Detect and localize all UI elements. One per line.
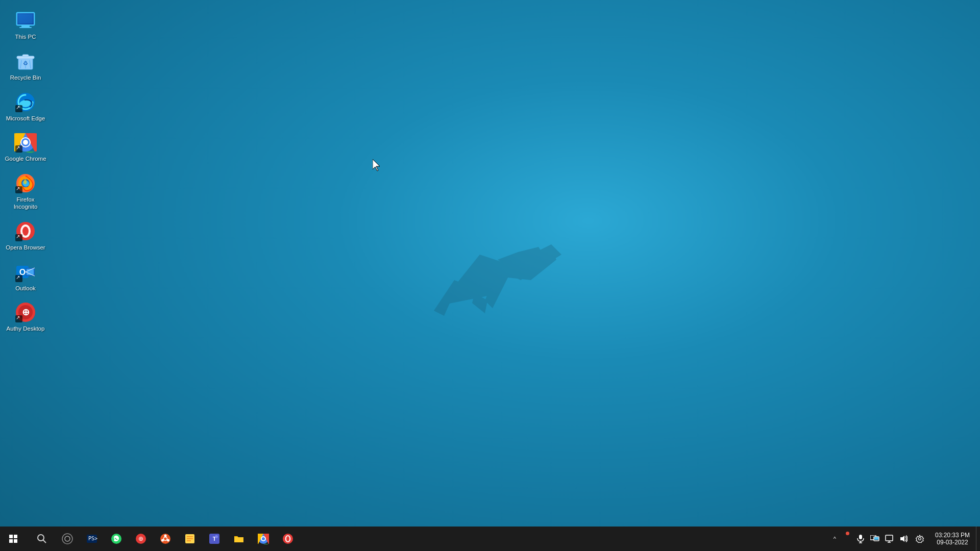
svg-point-62	[286, 536, 289, 541]
show-desktop-button[interactable]	[976, 527, 980, 551]
this-pc-icon[interactable]: This PC	[3, 5, 48, 45]
this-pc-image	[14, 9, 37, 32]
svg-rect-5	[18, 14, 33, 23]
svg-point-35	[62, 534, 72, 544]
svg-point-17	[23, 140, 28, 145]
taskbar: PS> ⊕	[0, 527, 980, 551]
taskbar-sticky-notes[interactable]	[178, 527, 202, 551]
svg-text:♻: ♻	[23, 60, 28, 66]
clock-time: 03:20:33 PM	[935, 532, 970, 539]
svg-rect-4	[19, 27, 32, 28]
outlook-image: O	[14, 261, 37, 283]
svg-text:⊕: ⊕	[22, 307, 30, 317]
rog-logo	[408, 214, 572, 326]
recycle-bin-icon[interactable]: ♻ Recycle Bin	[3, 46, 48, 86]
shortcut-arrow-firefox	[15, 186, 22, 193]
taskbar-terminal[interactable]: PS>	[80, 527, 104, 551]
outlook-label: Outlook	[15, 285, 36, 292]
svg-point-59	[262, 537, 265, 540]
shortcut-arrow-chrome	[15, 145, 22, 153]
firefox-incognito-icon[interactable]: Firefox Incognito	[3, 168, 48, 215]
svg-rect-63	[859, 535, 862, 539]
tray-chevron-button[interactable]: ^	[830, 527, 839, 551]
svg-rect-3	[21, 26, 30, 27]
opera-browser-image	[14, 220, 37, 242]
google-chrome-label: Google Chrome	[5, 156, 46, 163]
recycle-bin-image: ♻	[14, 50, 37, 72]
clock-date: 09-03-2022	[937, 539, 968, 546]
start-button[interactable]	[0, 527, 27, 551]
svg-rect-69	[886, 535, 893, 541]
tray-monitor[interactable]	[882, 527, 896, 551]
desktop: This PC ♻ Recyc	[0, 0, 980, 551]
opera-browser-label: Opera Browser	[6, 244, 45, 252]
google-chrome-image	[14, 131, 37, 154]
svg-point-56	[215, 535, 218, 538]
google-chrome-icon[interactable]: Google Chrome	[3, 127, 48, 167]
outlook-icon[interactable]: O Outlook	[3, 257, 48, 296]
taskbar-center: PS> ⊕	[27, 527, 830, 551]
shortcut-arrow-opera	[15, 234, 22, 241]
microsoft-edge-image	[14, 91, 37, 113]
shortcut-arrow-authy	[15, 315, 22, 322]
taskbar-chrome[interactable]	[251, 527, 276, 551]
svg-text:⊕: ⊕	[138, 535, 143, 542]
system-tray: ^	[830, 527, 980, 551]
svg-point-23	[22, 227, 29, 236]
taskbar-whatsapp[interactable]	[104, 527, 129, 551]
windows-logo	[9, 535, 17, 543]
firefox-incognito-image	[14, 172, 37, 194]
authy-desktop-label: Authy Desktop	[7, 325, 45, 333]
tray-notification-dot[interactable]	[839, 527, 853, 551]
taskbar-authy[interactable]: ⊕	[129, 527, 153, 551]
tray-volume[interactable]	[896, 527, 911, 551]
taskbar-right: ^	[830, 527, 980, 551]
taskbar-opera[interactable]	[276, 527, 300, 551]
tray-microphone[interactable]	[853, 527, 868, 551]
taskbar-ubuntu[interactable]	[153, 527, 178, 551]
mouse-cursor	[373, 159, 383, 171]
svg-line-34	[43, 540, 46, 543]
firefox-incognito-label: Firefox Incognito	[5, 196, 46, 211]
tray-settings[interactable]	[911, 527, 929, 551]
svg-point-72	[918, 538, 921, 540]
authy-desktop-icon[interactable]: ⊕ Authy Desktop	[3, 297, 48, 337]
authy-desktop-image: ⊕	[14, 301, 37, 323]
shortcut-arrow-outlook	[15, 275, 22, 282]
microsoft-edge-label: Microsoft Edge	[6, 115, 45, 122]
desktop-icons: This PC ♻ Recyc	[0, 5, 51, 338]
tray-display[interactable]	[868, 527, 882, 551]
microsoft-edge-icon[interactable]: Microsoft Edge	[3, 87, 48, 127]
svg-rect-68	[874, 537, 878, 540]
recycle-bin-label: Recycle Bin	[10, 74, 41, 82]
svg-text:PS>: PS>	[88, 536, 97, 541]
svg-line-48	[167, 539, 168, 540]
taskbar-search[interactable]	[29, 527, 55, 551]
taskbar-file-explorer[interactable]	[227, 527, 251, 551]
clock-area[interactable]: 03:20:33 PM 09-03-2022	[929, 527, 976, 551]
opera-browser-icon[interactable]: Opera Browser	[3, 216, 48, 256]
svg-rect-8	[22, 55, 29, 57]
taskbar-cortana[interactable]	[55, 527, 80, 551]
svg-line-49	[163, 539, 164, 540]
taskbar-teams[interactable]: T	[202, 527, 227, 551]
notification-indicator	[846, 532, 849, 535]
this-pc-label: This PC	[15, 34, 36, 41]
svg-point-36	[65, 536, 70, 541]
taskbar-left	[0, 527, 27, 551]
shortcut-arrow	[15, 105, 22, 112]
